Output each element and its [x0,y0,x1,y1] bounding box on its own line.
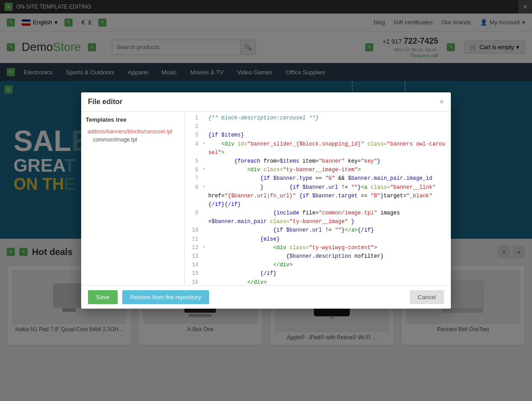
code-line-13: 13 {$banner.description nofilter} [185,252,451,261]
tree-item-carousel[interactable]: addons/banners/blocks/carousel.tpl [86,128,180,136]
modal-title: File editor [88,98,122,106]
code-line-6: 6 ▾ <div class="ty-banner__image-item"> [185,166,451,174]
code-line-3: 3 {if $items} [185,131,451,140]
file-tree-panel: Templates tree addons/banners/blocks/car… [81,112,185,285]
code-line-1: 1 {** block-description:carousel **} [185,114,451,123]
modal-close-button[interactable]: × [439,98,444,106]
code-line-10: 10 {if $banner.url != ""}</a>{/if} [185,226,451,235]
tree-item-image[interactable]: common/image.tpl [86,136,180,144]
modal-footer: Save Restore from the repository Cancel [81,285,451,309]
code-line-4: 4 ▾ <div id="banner_slider_{$block.snapp… [185,140,451,157]
code-line-16: 16 </div> [185,278,451,285]
code-line-7: 7 {if $banner.type == "G" && $banner.mai… [185,174,451,183]
modal-overlay: File editor × Templates tree addons/bann… [0,0,532,401]
code-line-2: 2 [185,123,451,131]
code-line-14: 14 </div> [185,261,451,269]
code-editor[interactable]: 1 {** block-description:carousel **} 2 3… [185,112,451,285]
save-button[interactable]: Save [88,290,118,304]
code-line-9: 9 {include file="common/image.tpl" image… [185,209,451,226]
code-line-12: 12 ▾ <div class="ty-wysiwyg-content"> [185,244,451,252]
file-tree-title: Templates tree [86,116,180,123]
restore-button[interactable]: Restore from the repository [122,290,210,304]
file-editor-modal: File editor × Templates tree addons/bann… [81,92,451,309]
code-line-8: 8 ▾ } {if $banner.url != ""}<a class="ba… [185,183,451,210]
code-line-11: 11 {else} [185,235,451,244]
cancel-button[interactable]: Cancel [410,290,444,304]
modal-body: Templates tree addons/banners/blocks/car… [81,112,451,285]
modal-header: File editor × [81,92,451,112]
code-line-15: 15 {/if} [185,269,451,278]
code-line-5: 5 {foreach from=$items item="banner" key… [185,157,451,166]
